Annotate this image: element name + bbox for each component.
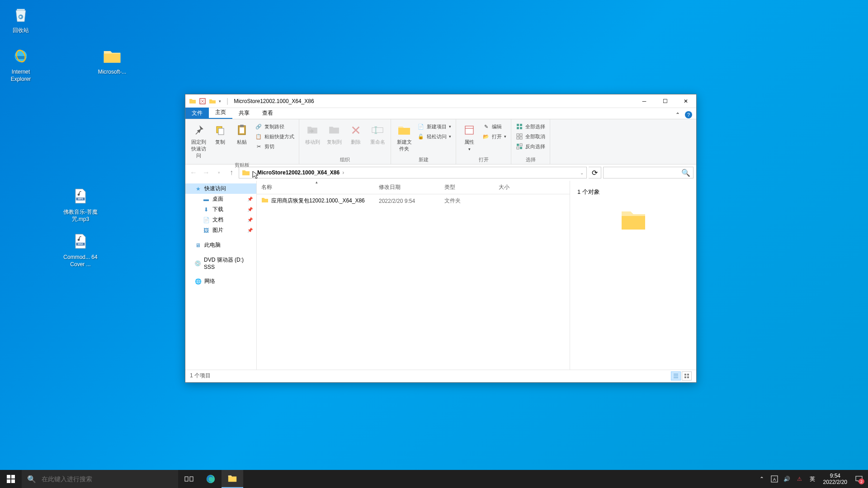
qat-newfolder-icon[interactable] [209,98,216,105]
properties-icon [462,123,476,137]
svg-rect-18 [520,134,522,136]
easy-access-button[interactable]: 🔓轻松访问▾ [415,132,453,141]
tray-expand-button[interactable]: ⌃ [757,474,766,483]
pin-icon: 📌 [247,197,253,202]
preview-folder-icon [619,205,648,234]
nav-quick-access[interactable]: ★快速访问 [185,183,256,194]
edit-icon: ✎ [482,123,490,130]
recycle-bin[interactable]: 回收站 [4,4,38,34]
select-none-button[interactable]: 全部取消 [514,132,547,141]
window-title: MicroStore12002.1000_X64_X86 [230,98,314,104]
windows-icon [7,475,15,483]
copy-button[interactable]: 复制 [210,121,231,147]
recycle-bin-icon [10,4,32,25]
ie-shortcut[interactable]: Internet Explorer [4,45,38,83]
breadcrumb-separator[interactable]: › [341,169,345,176]
tray-ime-icon[interactable]: A [770,474,779,483]
taskbar-edge[interactable] [200,470,222,488]
help-button[interactable]: ? [684,111,693,119]
tab-home[interactable]: 主页 [209,107,232,119]
tray-ime-lang[interactable]: 英 [808,474,817,483]
copy-to-button[interactable]: 复制到 [324,121,344,147]
paste-button[interactable]: 粘贴 [231,121,252,147]
refresh-button[interactable]: ⟳ [589,167,601,178]
ribbon-collapse-button[interactable]: ⌃ [674,111,682,119]
desktop-folder-microsoft[interactable]: Microsoft-... [95,45,129,76]
tab-view[interactable]: 查看 [256,108,279,119]
col-name[interactable]: 名称▴ [257,181,374,194]
nav-dvd-drive[interactable]: 💿DVD 驱动器 (D:) SSS [185,255,256,272]
tray-volume-icon[interactable]: 🔊 [783,474,792,483]
pin-icon: 📌 [247,217,253,222]
tray-clock[interactable]: 9:54 2022/2/20 [821,473,850,486]
nav-up-button[interactable]: ↑ [226,167,237,178]
mp3-file-icon: MP3 [70,185,91,207]
search-icon[interactable]: 🔍 [681,169,690,177]
pin-to-quick-access-button[interactable]: 固定到快速访问 [188,121,209,161]
search-icon: 🔍 [27,475,36,483]
taskbar-search[interactable]: 🔍 [22,470,178,488]
col-type[interactable]: 类型 [440,181,494,194]
document-icon: 📄 [203,216,210,224]
svg-rect-30 [11,475,15,479]
cut-button[interactable]: ✂剪切 [253,142,296,151]
breadcrumb-segment[interactable]: MicroStore12002.1000_X64_X86 [257,169,340,176]
minimize-button[interactable]: ─ [634,94,655,108]
qat-properties-icon[interactable] [199,98,206,105]
nav-recent-dropdown[interactable]: ▾ [213,167,224,178]
search-box[interactable]: 🔍 [603,167,693,178]
select-all-button[interactable]: 全部选择 [514,122,547,131]
maximize-button[interactable]: ☐ [655,94,675,108]
nav-desktop[interactable]: ▬桌面📌 [185,194,256,204]
qat-dropdown-icon[interactable]: ▾ [219,99,221,103]
col-size[interactable]: 大小 [494,181,539,194]
invert-icon [516,143,523,150]
svg-rect-34 [190,477,193,481]
search-input[interactable] [606,169,681,176]
tab-file[interactable]: 文件 [185,108,209,119]
icons-view-button[interactable] [682,371,692,380]
rename-button[interactable]: 重命名 [367,121,388,147]
desktop-icon: ▬ [203,196,210,203]
start-button[interactable] [0,470,22,488]
new-folder-button[interactable]: 新建文件夹 [394,121,415,154]
taskbar-explorer[interactable] [222,470,243,488]
column-headers: 名称▴ 修改日期 类型 大小 [257,181,570,194]
network-icon: 🌐 [194,278,202,285]
col-date[interactable]: 修改日期 [374,181,440,194]
breadcrumb-separator[interactable]: › [252,169,255,176]
breadcrumb-dropdown[interactable]: ⌄ [580,170,584,175]
move-to-button[interactable]: 移动到 [302,121,323,147]
invert-selection-button[interactable]: 反向选择 [514,142,547,151]
close-button[interactable]: ✕ [675,94,696,108]
delete-button[interactable]: 删除 [345,121,366,147]
titlebar[interactable]: ▾ | MicroStore12002.1000_X64_X86 ─ ☐ ✕ [185,94,696,108]
pc-icon: 🖥 [194,242,202,249]
file-row[interactable]: 应用商店恢复包12002.1000._X64_X86 2022/2/20 9:5… [257,194,570,207]
desktop-file-mp3[interactable]: MP3 佛教音乐-菩魔咒.mp3 [63,185,98,223]
tray-network-icon[interactable]: ⚠ [795,474,804,483]
edit-button[interactable]: ✎编辑 [481,122,508,131]
nav-back-button[interactable]: ← [188,167,199,178]
svg-rect-21 [517,144,519,146]
task-view-button[interactable] [178,470,200,488]
properties-button[interactable]: 属性▾ [459,121,480,153]
nav-documents[interactable]: 📄文档📌 [185,215,256,225]
nav-network[interactable]: 🌐网络 [185,276,256,286]
tray-notifications-button[interactable]: 2 [854,474,864,484]
paste-shortcut-button[interactable]: 📋粘贴快捷方式 [253,132,296,141]
new-item-button[interactable]: 📄新建项目▾ [415,122,453,131]
nav-forward-button[interactable]: → [201,167,212,178]
taskbar-search-input[interactable] [42,475,173,483]
nav-pictures[interactable]: 🖼图片📌 [185,225,256,235]
nav-this-pc[interactable]: 🖥此电脑 [185,240,256,250]
breadcrumb-bar[interactable]: › MicroStore12002.1000_X64_X86 › ⌄ [239,167,587,178]
open-button[interactable]: 📂打开▾ [481,132,508,141]
desktop-file-m4a[interactable]: M4A Commod... 64 Cover ... [63,230,98,268]
nav-downloads[interactable]: ⬇下载📌 [185,204,256,215]
selectall-icon [516,123,523,130]
copy-path-button[interactable]: 🔗复制路径 [253,122,296,131]
tab-share[interactable]: 共享 [232,108,256,119]
file-type: 文件夹 [440,196,494,206]
details-view-button[interactable] [671,371,681,380]
